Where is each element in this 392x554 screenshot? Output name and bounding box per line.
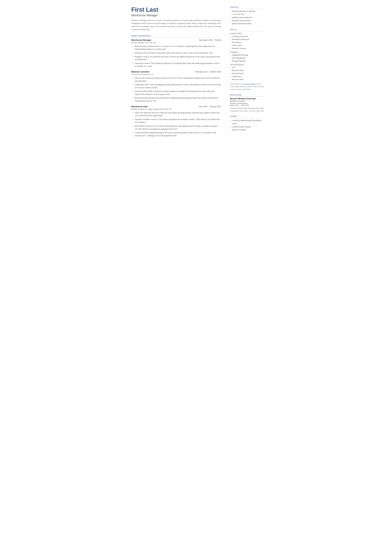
skill-item-0-2: Procurement <box>230 41 264 44</box>
job-header-2: Warehouse clerkJune 2010 – January 2013 <box>131 105 221 108</box>
skill-item-2-3: Google Docs <box>230 75 264 78</box>
other-item-2: OSHA 10 Certified. <box>230 128 264 132</box>
bullet-2-3: Assisted with the loading/unloading of 3… <box>133 131 221 137</box>
job-title-2: Warehouse clerk <box>131 105 148 108</box>
bullet-0-0: Reduced OSHA violations from 7 in 2 year… <box>133 45 221 51</box>
bullet-2-2: Recorded the inventory level of 3K incom… <box>133 125 221 130</box>
contact-list: Portland, ME (Open to Remote)+1-234-456-… <box>230 10 264 25</box>
skill-item-2-4: Microsoft Word <box>230 78 264 81</box>
job-dates-0: November 2015 – Present <box>199 39 221 41</box>
contact-header: CONTACT <box>230 6 264 9</box>
skill-item-1-2: Strategic Planning <box>230 59 264 63</box>
skill-category-0: Technical Skills: <box>230 33 264 35</box>
resume-page: First Last Warehouse Manager Warehouse M… <box>125 0 267 159</box>
contact-item-3: linkedin.com/in/username <box>230 19 264 22</box>
skills-header: SKILLS <box>230 29 264 31</box>
full-name: First Last <box>131 6 221 13</box>
other-item-1: Certified Forklift Operator <box>230 125 264 128</box>
skill-item-2-1: Microsoft Office <box>230 69 264 72</box>
skill-category-2: Tools and Software: <box>230 64 264 65</box>
skill-category-1: Techniques: <box>230 51 264 53</box>
other-item-0: Certified in Warehousing & Distribution … <box>230 119 264 125</box>
job-company-1: Growthsi, San Francisco, CA <box>131 73 221 76</box>
contact-item-0: Portland, ME (Open to Remote) <box>230 10 264 13</box>
job-company-0: Resume Worded, New York, NY <box>131 42 221 44</box>
bullet-2-0: Vetted 12K deliveries from 250 vendors b… <box>133 111 221 117</box>
job-block-2: Warehouse clerkJune 2010 – January 2013R… <box>131 105 221 137</box>
summary-text: Warehouse Manager with over 10 years of … <box>131 19 221 31</box>
edu-block-0: Resume Worded UniversityBachelor of Scie… <box>230 98 264 112</box>
promo-link[interactable]: Resume Worded <box>244 83 255 85</box>
education-section: EDUCATION Resume Worded UniversityBachel… <box>230 94 264 112</box>
edu-field-0: Business Administration <box>230 102 264 104</box>
education-header: EDUCATION <box>230 94 264 97</box>
bullet-1-3: Boosted the data and report processing t… <box>133 96 221 102</box>
bullet-1-0: Improved the stockroom issuing accuracy … <box>133 77 221 82</box>
edu-location-0: Boston, MA — May 2010 <box>230 104 264 106</box>
skills-section: SKILLS Technical Skills:Coaching (Advanc… <box>230 29 264 91</box>
education-container: Resume Worded UniversityBachelor of Scie… <box>230 98 264 112</box>
contact-item-4: github.com/resumeworded <box>230 22 264 25</box>
job-block-0: Warehouse ManagerNovember 2015 – Present… <box>131 39 221 68</box>
left-column: First Last Warehouse Manager Warehouse M… <box>125 0 226 159</box>
bullet-2-1: Operated 3 forklifts to move 72.5K produ… <box>133 118 221 124</box>
skill-item-2-2: Microsoft Excel <box>230 72 264 75</box>
jobs-container: Warehouse ManagerNovember 2015 – Present… <box>131 39 221 137</box>
bullet-0-1: Introduced 2 new inventory systems that … <box>133 51 221 55</box>
job-title: Warehouse Manager <box>131 14 221 17</box>
skill-item-2-0: SAP <box>230 66 264 69</box>
contact-item-2: email@resumeworded.com <box>230 16 264 19</box>
edu-awards-0: Awards: Resume Worded Teaching Fellow (o… <box>230 107 264 112</box>
skill-item-0-1: Stocking (Experienced) <box>230 38 264 41</box>
job-header-1: Material ControllerFebruary 2013 – Octob… <box>131 71 221 73</box>
job-title-1: Material Controller <box>131 71 149 73</box>
other-header: OTHER <box>230 116 264 118</box>
bullet-0-3: Supervised a team of 350 warehouse emplo… <box>133 62 221 68</box>
skills-container: Technical Skills:Coaching (Advanced)Stoc… <box>230 33 264 81</box>
job-dates-2: June 2010 – January 2013 <box>199 106 221 108</box>
job-header-0: Warehouse ManagerNovember 2015 – Present <box>131 39 221 41</box>
job-bullets-0: Reduced OSHA violations from 7 in 2 year… <box>131 45 221 68</box>
job-company-2: Resume Worded's Exciting Company, New Yo… <box>131 108 221 110</box>
skill-list-1: Shipping & ReceivingStore ManagementStra… <box>230 54 264 63</box>
skill-item-0-4: Inventory Accuracy <box>230 47 264 50</box>
contact-item-1: +1-234-456-789 <box>230 13 264 16</box>
promo-before: Don't forget to use <box>231 83 244 85</box>
skill-item-1-0: Shipping & Receiving <box>230 54 264 57</box>
job-block-1: Material ControllerFebruary 2013 – Octob… <box>131 71 221 102</box>
job-dates-1: February 2013 – October 2015 <box>195 71 221 73</box>
other-list: Certified in Warehousing & Distribution … <box>230 119 264 131</box>
bullet-1-2: Saved Growthsi $720K in quarterly trucki… <box>133 90 221 96</box>
skill-list-0: Coaching (Advanced)Stocking (Experienced… <box>230 35 264 50</box>
job-title-0: Warehouse Manager <box>131 39 151 41</box>
edu-school-0: Resume Worded University <box>230 98 264 100</box>
right-column: CONTACT Portland, ME (Open to Remote)+1-… <box>226 0 267 159</box>
bullet-0-2: Managed a team of 78 warehouse associate… <box>133 55 221 61</box>
skill-list-2: SAPMicrosoft OfficeMicrosoft ExcelGoogle… <box>230 66 264 81</box>
other-section: OTHER Certified in Warehousing & Distrib… <box>230 116 264 131</box>
skill-item-1-1: Store Management <box>230 57 264 59</box>
bullet-1-1: Collaborated with 7 units including purc… <box>133 83 221 89</box>
job-bullets-2: Vetted 12K deliveries from 250 vendors b… <box>131 111 221 137</box>
job-bullets-1: Improved the stockroom issuing accuracy … <box>131 77 221 102</box>
skill-item-0-0: Coaching (Advanced) <box>230 35 264 38</box>
edu-degree-0: Bachelor of Science <box>230 100 264 102</box>
work-experience-header: WORK EXPERIENCE <box>131 35 221 38</box>
skill-item-0-3: Stock Control <box>230 44 264 47</box>
promo-text: Don't forget to use Resume Worded to sca… <box>230 83 264 91</box>
contact-section: CONTACT Portland, ME (Open to Remote)+1-… <box>230 6 264 25</box>
